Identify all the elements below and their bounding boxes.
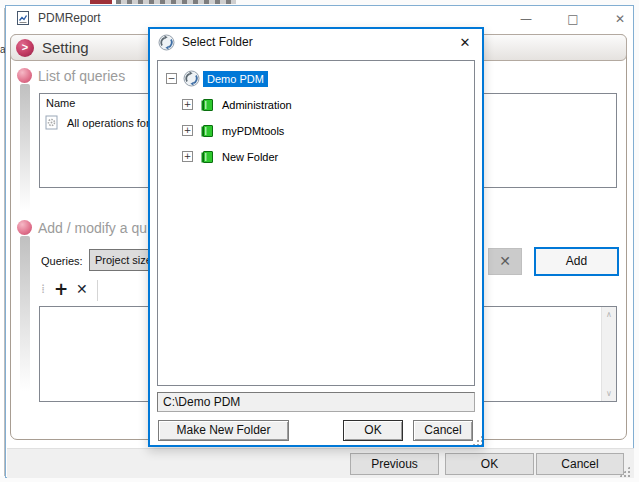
maximize-icon[interactable]: □ (558, 9, 588, 29)
section-accent-bar (20, 236, 30, 392)
close-icon[interactable]: ✕ (605, 9, 635, 29)
list-item-label: All operations for a (67, 117, 159, 129)
toolbar-separator (97, 280, 98, 301)
dialog-resize-grip[interactable] (472, 435, 482, 445)
add-modify-label: Add / modify a qu (38, 220, 147, 236)
scroll-down-icon[interactable]: ∨ (602, 389, 616, 398)
plus-icon[interactable]: + (54, 279, 68, 299)
add-button[interactable]: Add (534, 247, 619, 276)
pink-bullet-icon (17, 68, 32, 83)
cancel-button[interactable]: Cancel (536, 453, 624, 475)
toolbar-grip-icon[interactable]: ⁞ (41, 281, 45, 296)
vertical-scrollbar[interactable]: ∧ ∨ (601, 307, 616, 401)
tree-node[interactable]: + myPDMtools (158, 118, 474, 144)
dialog-ok-button[interactable]: OK (343, 420, 403, 441)
green-folder-icon (200, 150, 214, 164)
dialog-title: Select Folder (182, 35, 253, 49)
expand-icon[interactable]: + (182, 99, 193, 110)
tree-node-root[interactable]: − Demo PDM (158, 66, 474, 92)
chevron-circle-icon: > (16, 39, 34, 57)
pink-bullet-icon (17, 220, 32, 235)
screen: a PDMReport — □ ✕ > Setting List of quer… (0, 0, 639, 482)
name-column-header[interactable]: Name (46, 97, 75, 109)
collapse-icon[interactable]: − (166, 73, 177, 84)
tree-node-label[interactable]: Administration (218, 97, 296, 113)
expand-icon[interactable]: + (182, 151, 193, 162)
tree-node[interactable]: + Administration (158, 92, 474, 118)
queries-label: Queries: (41, 255, 83, 267)
minimize-icon[interactable]: — (511, 9, 541, 29)
green-folder-icon (200, 98, 214, 112)
gear-document-icon (45, 115, 58, 130)
tree-node-label-selected[interactable]: Demo PDM (203, 71, 268, 87)
dialog-close-icon[interactable]: ✕ (453, 33, 477, 53)
chevron-glyph: > (16, 39, 34, 57)
list-of-queries-label: List of queries (38, 68, 125, 84)
setting-label: Setting (42, 39, 89, 56)
vault-sync-icon (183, 70, 200, 87)
background-window-fragment (116, 0, 236, 4)
remove-query-button[interactable]: ✕ (488, 248, 522, 275)
delete-x-icon[interactable]: ✕ (76, 281, 88, 297)
expand-icon[interactable]: + (182, 125, 193, 136)
folder-tree[interactable]: − Demo PDM + Administration (157, 60, 475, 386)
section-accent-bar (20, 84, 30, 212)
tree-node-label[interactable]: myPDMtools (218, 123, 288, 139)
tree-node-label[interactable]: New Folder (218, 149, 282, 165)
tree-node[interactable]: + New Folder (158, 144, 474, 170)
selected-path-field: C:\Demo PDM (157, 392, 475, 412)
select-folder-dialog: Select Folder ✕ − Demo PDM + (148, 27, 484, 447)
background-window-fragment (90, 0, 112, 4)
scroll-up-icon[interactable]: ∧ (602, 310, 616, 319)
previous-button[interactable]: Previous (350, 453, 439, 475)
app-report-icon (15, 10, 31, 26)
green-folder-icon (200, 124, 214, 138)
window-title: PDMReport (38, 11, 101, 25)
make-new-folder-button[interactable]: Make New Folder (158, 420, 289, 441)
vault-sync-icon (158, 34, 175, 51)
dialog-cancel-button[interactable]: Cancel (413, 420, 473, 441)
ok-button[interactable]: OK (445, 453, 534, 475)
